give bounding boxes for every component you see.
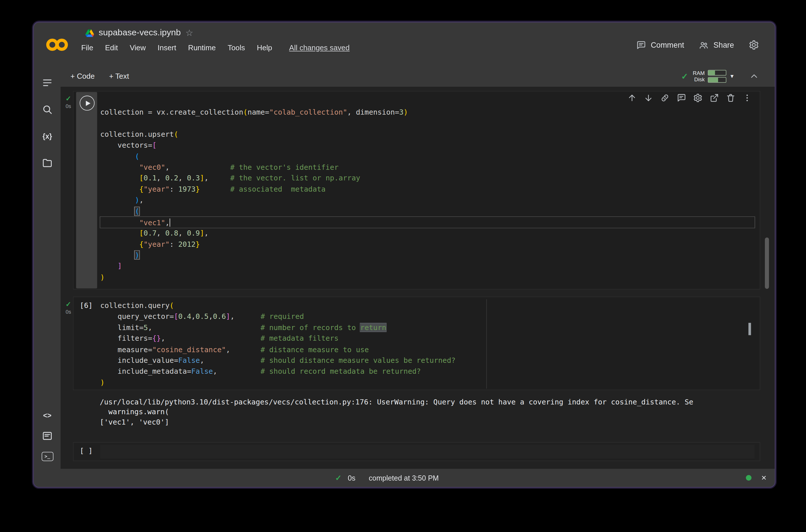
cell1-run-status: ✓ 0s (63, 95, 74, 109)
search-button[interactable] (41, 103, 53, 116)
menu-help[interactable]: Help (257, 44, 272, 52)
status-completed-text: completed at 3:50 PM (369, 474, 439, 482)
cell1-toolbar (627, 93, 752, 103)
cell1-success-check-icon: ✓ (63, 95, 74, 102)
ram-meter (708, 70, 726, 75)
notebook-toolbar: + Code + Text ✓ RAM Disk ▾ (61, 65, 775, 87)
drive-icon (85, 29, 94, 37)
cell1-duration: 0s (63, 104, 74, 109)
colab-window: supabase-vecs.ipynb ☆ File Edit View Ins… (33, 21, 776, 488)
disk-label: Disk (693, 77, 705, 82)
cell2-duration: 0s (63, 309, 74, 315)
code-cell-2: [6] collection.query( query_vector=[0.4,… (73, 297, 760, 391)
execution-status: ✓ 0s completed at 3:50 PM (335, 469, 439, 487)
add-comment-button[interactable] (676, 93, 686, 103)
status-elapsed: 0s (348, 474, 355, 482)
connection-dot-icon[interactable] (746, 475, 752, 481)
resources-caret-down-icon[interactable]: ▾ (730, 72, 734, 80)
code-snippets-icon: <> (43, 411, 52, 420)
notebook-title[interactable]: supabase-vecs.ipynb (99, 28, 181, 38)
menu-bar: File Edit View Insert Runtime Tools Help… (81, 44, 350, 52)
comment-icon (636, 40, 646, 50)
cell2-output: /usr/local/lib/python3.10/dist-packages/… (100, 397, 766, 427)
changes-saved-status[interactable]: All changes saved (289, 44, 350, 52)
cell3-execution-count[interactable]: [ ] (80, 446, 93, 457)
share-people-icon (698, 40, 709, 50)
code-cell-3[interactable]: [ ] (73, 442, 760, 461)
open-in-tab-icon (709, 93, 719, 103)
sidebar-bottom-group: <> >_ (41, 409, 53, 469)
share-label: Share (713, 40, 734, 49)
resource-meters (708, 70, 726, 82)
status-check-icon: ✓ (335, 473, 342, 482)
header-actions: Comment Share (636, 40, 760, 51)
comment-button[interactable]: Comment (636, 40, 684, 50)
cell2-success-check-icon: ✓ (63, 301, 74, 307)
play-icon (85, 100, 90, 106)
menu-edit[interactable]: Edit (105, 44, 118, 52)
cell3-code-editor[interactable] (100, 445, 754, 458)
resources-widget[interactable]: ✓ RAM Disk ▾ (682, 70, 760, 82)
menu-file[interactable]: File (81, 44, 93, 52)
notebook-area: ✓ 0s collection = vx.create_collection(n… (61, 87, 775, 469)
run-cell-button[interactable] (80, 96, 95, 111)
code-cell-1: collection = vx.create_collection(name="… (73, 91, 760, 289)
terminal-icon: >_ (41, 452, 53, 461)
colab-logo-icon[interactable] (45, 33, 69, 57)
menu-tools[interactable]: Tools (228, 44, 245, 52)
arrow-up-icon (627, 93, 637, 103)
comment-bubble-icon (676, 93, 686, 103)
runtime-connected-check-icon: ✓ (682, 71, 688, 81)
link-icon (660, 93, 670, 103)
code-snippets-button[interactable]: <> (41, 409, 53, 421)
folder-icon (42, 157, 53, 169)
table-of-contents-button[interactable] (41, 77, 53, 89)
files-button[interactable] (41, 157, 53, 169)
cell2-run-status: ✓ 0s (63, 301, 74, 315)
menu-insert[interactable]: Insert (158, 44, 176, 52)
move-cell-down-button[interactable] (644, 93, 653, 103)
close-status-icon[interactable]: × (761, 473, 766, 482)
share-button[interactable]: Share (698, 40, 734, 50)
notebook-scrollbar-thumb[interactable] (765, 238, 769, 289)
header: supabase-vecs.ipynb ☆ File Edit View Ins… (34, 23, 775, 65)
star-icon[interactable]: ☆ (186, 28, 193, 37)
comment-label: Comment (651, 40, 684, 49)
gear-icon (749, 40, 760, 51)
menu-view[interactable]: View (130, 44, 146, 52)
variables-button[interactable]: {x} (41, 130, 53, 142)
chevron-up-icon (749, 71, 759, 81)
add-code-button[interactable]: + Code (70, 72, 95, 80)
left-sidebar: {x} <> >_ (34, 65, 61, 469)
collapse-sections-button[interactable] (749, 71, 759, 81)
disk-meter (708, 77, 726, 83)
trash-icon (726, 93, 736, 103)
command-palette-icon (42, 430, 53, 441)
status-right-group: × (746, 469, 766, 487)
screen: supabase-vecs.ipynb ☆ File Edit View Ins… (0, 0, 806, 532)
title-row: supabase-vecs.ipynb ☆ (85, 28, 193, 38)
editor-settings-button[interactable] (693, 93, 703, 103)
add-text-button[interactable]: + Text (109, 72, 129, 80)
command-palette-button[interactable] (41, 430, 53, 442)
delete-cell-button[interactable] (726, 93, 736, 103)
editor-ruler-line (486, 299, 487, 389)
variables-icon: {x} (42, 132, 52, 140)
cell2-execution-count[interactable]: [6] (80, 300, 93, 311)
ram-label: RAM (693, 70, 705, 76)
cell-gear-icon (693, 93, 703, 103)
search-icon (42, 104, 53, 115)
status-bar: ✓ 0s completed at 3:50 PM × (34, 469, 775, 487)
terminal-button[interactable]: >_ (41, 451, 53, 463)
cell1-code-editor[interactable]: collection = vx.create_collection(name="… (100, 107, 754, 283)
cell1-gutter (76, 92, 97, 288)
menu-runtime[interactable]: Runtime (188, 44, 216, 52)
arrow-down-icon (644, 93, 653, 103)
cell2-scrollbar-thumb[interactable] (749, 323, 751, 335)
more-cell-actions-button[interactable] (742, 93, 752, 103)
open-in-tab-button[interactable] (709, 93, 719, 103)
settings-button[interactable] (749, 40, 760, 51)
move-cell-up-button[interactable] (627, 93, 637, 103)
cell2-code-editor[interactable]: collection.query( query_vector=[0.4,0.5,… (100, 300, 754, 388)
copy-cell-link-button[interactable] (660, 93, 670, 103)
